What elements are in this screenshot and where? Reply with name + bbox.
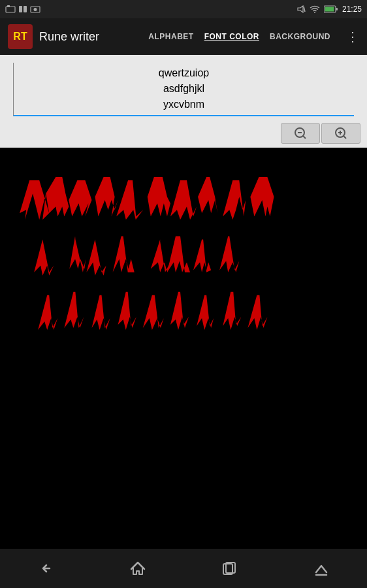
svg-rect-1 (7, 5, 10, 7)
app-layout: 21:25 RT Rune writer ALPHABET FONT COLOR… (0, 0, 367, 588)
overflow-menu-button[interactable]: ⋮ (346, 29, 359, 44)
text-input[interactable]: qwertzuiop asdfghjkl yxcvbnm (13, 63, 354, 116)
app-logo: RT (8, 24, 33, 49)
recents-button[interactable] (210, 554, 249, 583)
svg-line-18 (343, 136, 346, 139)
svg-rect-0 (6, 7, 15, 12)
svg-line-14 (303, 136, 306, 139)
rune-display (0, 148, 367, 588)
wifi-icon (310, 5, 320, 13)
bottom-nav (0, 549, 367, 588)
svg-point-5 (34, 8, 37, 11)
home-button[interactable] (118, 554, 157, 583)
mute-icon (296, 5, 306, 13)
status-icons-right: 21:25 (296, 5, 362, 14)
battery-icon (324, 5, 338, 13)
app-title: Rune writer (39, 30, 148, 44)
input-area: qwertzuiop asdfghjkl yxcvbnm (0, 55, 367, 119)
photo-icon (30, 5, 40, 13)
status-icons-left (5, 5, 40, 13)
back-icon (37, 559, 55, 578)
nav-alphabet[interactable]: ALPHABET (148, 32, 193, 41)
zoom-in-button[interactable] (321, 123, 360, 144)
rune-art-svg (7, 161, 360, 344)
up-button[interactable] (302, 554, 341, 583)
svg-line-7 (304, 7, 305, 12)
svg-rect-11 (336, 8, 338, 10)
svg-point-8 (314, 12, 315, 13)
zoom-out-icon (294, 127, 307, 140)
home-icon (129, 559, 147, 578)
recents-icon (220, 559, 238, 578)
clock: 21:25 (342, 5, 362, 14)
svg-rect-10 (325, 7, 334, 12)
nav-font-color[interactable]: FONT COLOR (204, 32, 259, 41)
notification-icon (5, 5, 16, 13)
sim-icon (18, 5, 27, 13)
zoom-bar (0, 119, 367, 148)
status-bar: 21:25 (0, 0, 367, 18)
svg-rect-2 (19, 6, 22, 12)
nav-background[interactable]: BACKGROUND (270, 32, 330, 41)
up-icon (312, 559, 330, 578)
zoom-out-button[interactable] (281, 123, 320, 144)
back-button[interactable] (26, 554, 65, 583)
app-bar-nav: ALPHABET FONT COLOR BACKGROUND ⋮ (148, 29, 359, 44)
zoom-in-icon (334, 127, 347, 140)
svg-rect-3 (24, 6, 27, 12)
svg-marker-6 (298, 6, 303, 12)
app-bar: RT Rune writer ALPHABET FONT COLOR BACKG… (0, 18, 367, 55)
